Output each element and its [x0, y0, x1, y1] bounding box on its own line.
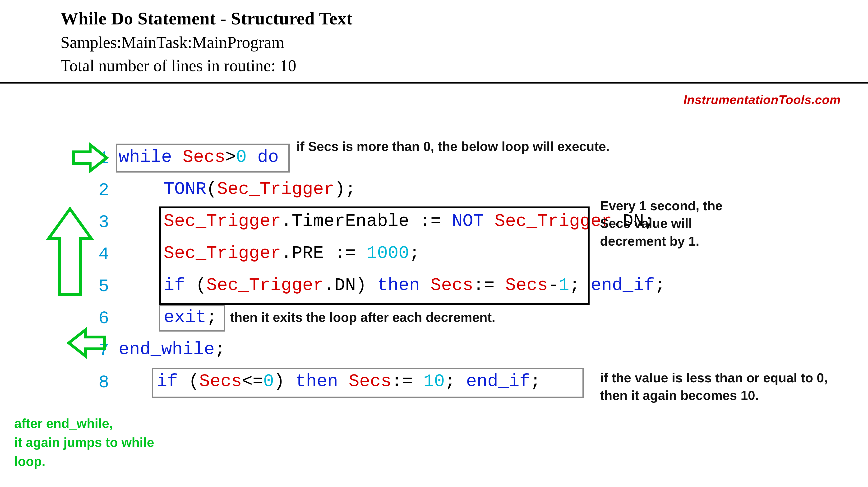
literal-one: 1 — [559, 275, 569, 295]
annotation-exit: then it exits the loop after each decrem… — [230, 310, 495, 325]
identifier-secs: Secs — [183, 147, 225, 167]
operator-assign: := — [334, 243, 356, 263]
keyword-do: do — [257, 147, 279, 167]
keyword-if: if — [157, 371, 178, 392]
arrow-up-icon — [45, 206, 95, 302]
operator-assign: := — [473, 275, 494, 295]
identifier-sec-trigger: Sec_Trigger — [494, 211, 612, 231]
identifier-sec-trigger: Sec_Trigger — [164, 243, 281, 263]
identifier-sec-trigger: Sec_Trigger — [164, 211, 281, 231]
arrow-left-icon — [66, 325, 107, 363]
annotation-line: if the value is less than or equal to 0, — [600, 369, 828, 386]
member-timerenable: .TimerEnable — [281, 211, 409, 231]
operator-gt: > — [225, 147, 236, 167]
keyword-endif: end_if — [591, 275, 655, 295]
member-pre: .PRE — [281, 243, 324, 263]
watermark-label: InstrumentationTools.com — [683, 92, 841, 107]
identifier-secs: Secs — [505, 275, 548, 295]
annotation-line: Secs value will — [600, 214, 723, 232]
annotation-line: decrement by 1. — [600, 232, 723, 250]
operator-le: <= — [242, 371, 263, 392]
identifier-secs: Secs — [199, 371, 242, 392]
identifier-secs: Secs — [349, 371, 391, 392]
annotation-timer-decrement: Every 1 second, the Secs value will decr… — [600, 197, 723, 250]
keyword-endwhile: end_while — [119, 339, 215, 360]
page-title: While Do Statement - Structured Text — [60, 8, 868, 29]
line-number: 4 — [95, 245, 109, 265]
code-block: 1 while Secs>0 do 2 TONR(Sec_Trigger); 3… — [95, 145, 859, 401]
code-line-4: 4 Sec_Trigger.PRE := 1000; — [95, 241, 859, 273]
keyword-then: then — [377, 275, 420, 295]
keyword-if: if — [164, 275, 185, 295]
literal-zero: 0 — [263, 371, 274, 392]
identifier-sec-trigger: Sec_Trigger — [206, 275, 324, 295]
keyword-then: then — [295, 371, 338, 392]
annotation-line: then it again becomes 10. — [600, 386, 828, 404]
annotation-line: after end_while, — [14, 414, 154, 433]
function-tonr: TONR — [164, 179, 206, 199]
operator-minus: - — [548, 275, 559, 295]
identifier-secs: Secs — [430, 275, 473, 295]
annotation-loop-jump: after end_while, it again jumps to while… — [14, 414, 154, 471]
code-line-3: 3 Sec_Trigger.TimerEnable := NOT Sec_Tri… — [95, 209, 859, 241]
annotation-reset: if the value is less than or equal to 0,… — [600, 369, 828, 404]
operator-assign: := — [391, 371, 413, 392]
literal-ten: 10 — [423, 371, 445, 392]
svg-marker-1 — [49, 209, 91, 294]
code-line-7: 7 end_while; — [95, 337, 859, 369]
annotation-line: Every 1 second, the — [600, 197, 723, 214]
annotation-line: loop. — [14, 452, 154, 471]
annotation-while-condition: if Secs is more than 0, the below loop w… — [297, 139, 610, 154]
keyword-while: while — [119, 147, 172, 167]
literal-1000: 1000 — [366, 243, 409, 263]
program-path: Samples:MainTask:MainProgram — [60, 33, 868, 52]
line-number: 3 — [95, 212, 109, 233]
literal-zero: 0 — [236, 147, 247, 167]
header: While Do Statement - Structured Text Sam… — [0, 0, 868, 75]
code-line-2: 2 TONR(Sec_Trigger); — [95, 177, 859, 209]
line-number: 5 — [95, 277, 109, 297]
keyword-exit: exit — [164, 307, 206, 327]
keyword-not: NOT — [452, 211, 484, 231]
line-number: 8 — [95, 373, 109, 393]
operator-assign: := — [420, 211, 441, 231]
code-line-5: 5 if (Sec_Trigger.DN) then Secs:= Secs-1… — [95, 273, 859, 305]
member-dn: .DN — [324, 275, 356, 295]
keyword-endif: end_if — [466, 371, 530, 392]
svg-marker-0 — [73, 145, 107, 171]
line-number: 2 — [95, 180, 109, 201]
arrow-right-icon — [69, 140, 112, 178]
header-divider — [0, 82, 868, 84]
page-root: While Do Statement - Structured Text Sam… — [0, 0, 868, 487]
annotation-line: it again jumps to while — [14, 433, 154, 452]
line-count: Total number of lines in routine: 10 — [60, 56, 868, 75]
svg-marker-2 — [69, 330, 104, 356]
identifier-sec-trigger: Sec_Trigger — [217, 179, 334, 199]
